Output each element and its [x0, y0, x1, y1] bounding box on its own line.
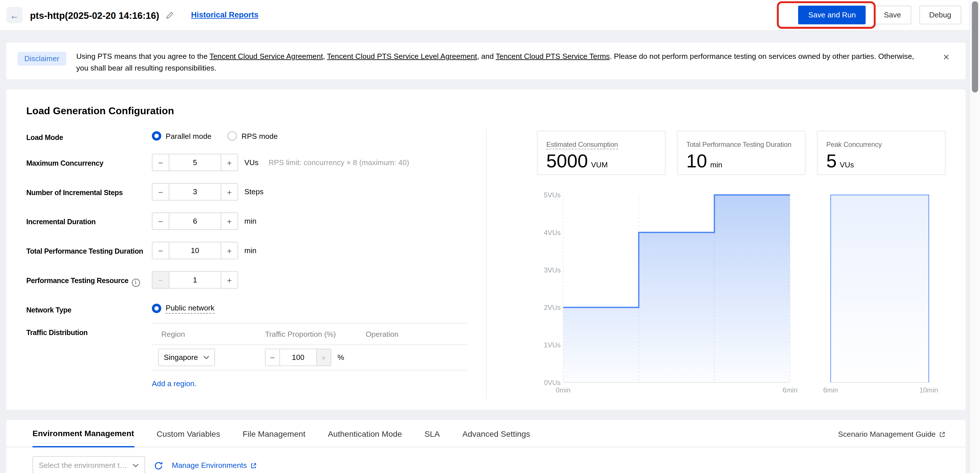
- traffic-table-row: Singapore − 100 +: [152, 345, 467, 371]
- incremental-steps-row: Number of Incremental Steps − 3 + Steps: [26, 183, 486, 200]
- historical-reports-link[interactable]: Historical Reports: [191, 11, 259, 19]
- rps-limit-hint: RPS limit: concurrency × 8 (maximum: 40): [269, 158, 409, 167]
- add-region-link[interactable]: Add a region.: [152, 379, 197, 388]
- svg-text:3VUs: 3VUs: [544, 266, 561, 274]
- external-link-icon: [250, 462, 257, 469]
- plus-button[interactable]: +: [221, 213, 238, 230]
- scenario-management-guide-link[interactable]: Scenario Management Guide: [838, 430, 945, 447]
- environment-select[interactable]: Select the environment to b...: [33, 456, 145, 473]
- load-mode-label: Load Mode: [26, 128, 152, 142]
- minus-button-disabled[interactable]: −: [152, 271, 169, 289]
- stat-value: 10: [686, 151, 707, 171]
- traffic-table-header: Region Traffic Proportion (%) Operation: [152, 323, 467, 345]
- plus-button-disabled[interactable]: +: [316, 349, 331, 366]
- debug-button[interactable]: Debug: [919, 6, 961, 25]
- load-generation-card: Load Generation Configuration Load Mode …: [6, 89, 966, 410]
- close-icon[interactable]: ×: [939, 51, 953, 63]
- proportion-input[interactable]: 100: [280, 349, 316, 366]
- page-scrollbar-thumb[interactable]: [972, 1, 978, 92]
- tab-file-management[interactable]: File Management: [243, 429, 305, 447]
- plus-button[interactable]: +: [221, 271, 238, 289]
- scenario-tabs-card: Environment Management Custom Variables …: [6, 420, 966, 473]
- info-icon[interactable]: i: [132, 278, 140, 286]
- save-button[interactable]: Save: [874, 6, 911, 25]
- stat-title: Peak Concurrency: [826, 141, 882, 148]
- svg-text:0min: 0min: [556, 386, 571, 394]
- region-select[interactable]: Singapore: [158, 349, 215, 366]
- unit-label: Steps: [244, 187, 263, 196]
- plus-button[interactable]: +: [221, 242, 238, 259]
- disclaimer-text: Using PTS means that you agree to the Te…: [76, 48, 924, 74]
- stat-unit: min: [710, 160, 722, 169]
- radio-parallel-mode[interactable]: Parallel mode: [152, 131, 212, 141]
- refresh-icon: [154, 461, 163, 470]
- svg-text:6min: 6min: [823, 386, 838, 394]
- tab-authentication-mode[interactable]: Authentication Mode: [328, 429, 402, 447]
- column-header-region: Region: [152, 330, 265, 338]
- unit-label: min: [244, 246, 256, 255]
- tab-sla[interactable]: SLA: [425, 429, 440, 447]
- svg-text:4VUs: 4VUs: [544, 229, 561, 236]
- unit-label: VUs: [244, 158, 259, 167]
- radio-public-network[interactable]: Public network: [152, 303, 215, 313]
- concurrency-input[interactable]: 5: [169, 154, 221, 171]
- environment-toolbar: Select the environment to b... Manage En…: [6, 447, 966, 473]
- network-type-label: Network Type: [26, 300, 152, 314]
- minus-button[interactable]: −: [152, 154, 169, 171]
- field-label: Total Performance Testing Duration: [26, 242, 152, 259]
- tab-advanced-settings[interactable]: Advanced Settings: [462, 429, 530, 447]
- resource-input[interactable]: 1: [169, 271, 221, 289]
- page-header: ← pts-http(2025-02-20 14:16:16) Historic…: [0, 0, 980, 30]
- stat-unit: VUs: [840, 160, 854, 169]
- back-button[interactable]: ←: [6, 7, 22, 23]
- column-header-operation: Operation: [366, 330, 467, 338]
- save-and-run-button[interactable]: Save and Run: [798, 6, 866, 25]
- load-mode-row: Load Mode Parallel mode RPS mode: [26, 128, 486, 142]
- minus-button[interactable]: −: [152, 213, 169, 230]
- minus-button[interactable]: −: [152, 183, 169, 200]
- load-profile-chart: 5VUs4VUs3VUs2VUs1VUs0VUs0min6min6min10mi…: [537, 189, 952, 400]
- total-duration-row: Total Performance Testing Duration − 10 …: [26, 242, 486, 259]
- peak-concurrency-card: Peak Concurrency 5 VUs: [817, 130, 946, 175]
- external-link-icon: [939, 431, 946, 438]
- duration-input[interactable]: 6: [169, 213, 221, 230]
- refresh-button[interactable]: [154, 461, 163, 470]
- manage-environments-label: Manage Environments: [172, 461, 247, 470]
- total-duration-input[interactable]: 10: [169, 242, 221, 259]
- edit-title-button[interactable]: [164, 10, 175, 20]
- radio-unselected-icon: [228, 131, 237, 141]
- radio-rps-mode[interactable]: RPS mode: [228, 131, 278, 141]
- manage-environments-link[interactable]: Manage Environments: [172, 461, 257, 470]
- disclaimer-banner: Disclaimer Using PTS means that you agre…: [6, 43, 966, 79]
- service-agreement-link[interactable]: Tencent Cloud Service Agreement: [209, 52, 323, 61]
- stat-title: Estimated Consumption: [546, 141, 618, 149]
- chevron-down-icon: [203, 356, 209, 359]
- pencil-icon: [165, 11, 173, 19]
- disclaimer-badge: Disclaimer: [18, 52, 66, 66]
- service-terms-link[interactable]: Tencent Cloud PTS Service Terms: [496, 52, 610, 61]
- column-header-proportion: Traffic Proportion (%): [265, 330, 366, 338]
- disclaimer-text-part: ,: [323, 52, 327, 61]
- page-title: pts-http(2025-02-20 14:16:16): [30, 10, 159, 20]
- minus-button[interactable]: −: [265, 349, 280, 366]
- svg-text:5VUs: 5VUs: [544, 191, 561, 199]
- environment-select-placeholder: Select the environment to b...: [39, 461, 131, 470]
- radio-label: Public network: [166, 303, 215, 313]
- field-label: Performance Testing Resourcei: [26, 271, 152, 289]
- minus-button[interactable]: −: [152, 242, 169, 259]
- traffic-table: Region Traffic Proportion (%) Operation …: [152, 323, 467, 370]
- page-scrollbar-track[interactable]: [969, 0, 980, 473]
- percent-label: %: [337, 353, 344, 362]
- network-type-row: Network Type Public network: [26, 300, 486, 314]
- svg-text:6min: 6min: [783, 386, 797, 394]
- steps-input[interactable]: 3: [169, 183, 221, 200]
- tab-custom-variables[interactable]: Custom Variables: [157, 429, 220, 447]
- summary-cards: Estimated Consumption 5000 VUM Total Per…: [537, 130, 952, 175]
- svg-text:10min: 10min: [920, 386, 938, 394]
- tab-environment-management[interactable]: Environment Management: [33, 429, 134, 448]
- stat-value: 5: [826, 151, 837, 171]
- sla-agreement-link[interactable]: Tencent Cloud PTS Service Level Agreemen…: [327, 52, 477, 61]
- traffic-distribution-label: Traffic Distribution: [26, 323, 152, 389]
- plus-button[interactable]: +: [221, 183, 238, 200]
- plus-button[interactable]: +: [221, 154, 238, 171]
